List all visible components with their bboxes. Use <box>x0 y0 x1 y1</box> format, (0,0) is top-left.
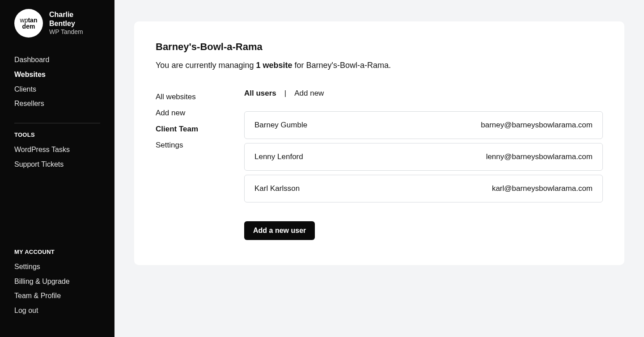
nav-divider <box>14 123 100 123</box>
main: Barney's-Bowl-a-Rama You are currently m… <box>114 0 644 337</box>
sidebar-item-dashboard[interactable]: Dashboard <box>14 53 100 67</box>
sidebar: wptandem Charlie Bentley WP Tandem Dashb… <box>0 0 114 337</box>
sidebar-item-billing[interactable]: Billing & Upgrade <box>14 274 100 289</box>
panel-tabs: All users | Add new <box>244 89 603 98</box>
nav-tools-heading: TOOLS <box>14 131 100 138</box>
subnav-all-websites[interactable]: All websites <box>156 89 223 105</box>
sidebar-item-websites[interactable]: Websites <box>14 67 100 82</box>
user-row-name: Barney Gumble <box>254 121 307 130</box>
sidebar-item-team-profile[interactable]: Team & Profile <box>14 289 100 303</box>
client-team-panel: All users | Add new Barney Gumblebarney@… <box>244 89 603 240</box>
nav-account-group: MY ACCOUNT SettingsBilling & UpgradeTeam… <box>14 249 100 318</box>
sidebar-item-support-tickets[interactable]: Support Tickets <box>14 157 100 172</box>
subnav-add-new[interactable]: Add new <box>156 105 223 121</box>
sidebar-item-logout[interactable]: Log out <box>14 303 100 318</box>
user-block: Charlie Bentley WP Tandem <box>49 10 100 36</box>
sidebar-item-wordpress-tasks[interactable]: WordPress Tasks <box>14 143 100 157</box>
user-row-name: Lenny Lenford <box>254 152 303 161</box>
subnav-client-team[interactable]: Client Team <box>156 121 223 137</box>
nav-primary: DashboardWebsitesClientsResellers <box>14 53 100 111</box>
page-title: Barney's-Bowl-a-Rama <box>156 41 603 53</box>
nav-account-heading: MY ACCOUNT <box>14 249 100 255</box>
logo-text: wptandem <box>20 17 38 29</box>
tab-separator: | <box>284 89 286 98</box>
sidebar-item-settings[interactable]: Settings <box>14 260 100 274</box>
content-card: Barney's-Bowl-a-Rama You are currently m… <box>134 21 624 265</box>
sidebar-header: wptandem Charlie Bentley WP Tandem <box>14 9 100 38</box>
page-subtext: You are currently managing 1 website for… <box>156 61 603 70</box>
user-row-name: Karl Karlsson <box>254 184 300 193</box>
tab-all-users[interactable]: All users <box>244 89 276 98</box>
user-row[interactable]: Lenny Lenfordlenny@barneysbowlarama.com <box>244 143 603 171</box>
user-row[interactable]: Barney Gumblebarney@barneysbowlarama.com <box>244 111 603 139</box>
user-row[interactable]: Karl Karlssonkarl@barneysbowlarama.com <box>244 175 603 202</box>
tab-add-new[interactable]: Add new <box>294 89 324 98</box>
user-row-email: barney@barneysbowlarama.com <box>481 121 593 130</box>
subnav-settings[interactable]: Settings <box>156 137 223 153</box>
sidebar-item-clients[interactable]: Clients <box>14 82 100 97</box>
current-user-name: Charlie Bentley <box>49 10 100 28</box>
user-row-email: lenny@barneysbowlarama.com <box>486 152 593 161</box>
user-row-email: karl@barneysbowlarama.com <box>492 184 593 193</box>
logo[interactable]: wptandem <box>14 9 43 38</box>
current-user-company: WP Tandem <box>49 28 100 36</box>
nav-tools-group: TOOLS WordPress TasksSupport Tickets <box>14 131 100 172</box>
sidebar-item-resellers[interactable]: Resellers <box>14 97 100 111</box>
add-new-user-button[interactable]: Add a new user <box>244 221 315 240</box>
subnav: All websitesAdd newClient TeamSettings <box>156 89 223 153</box>
user-list: Barney Gumblebarney@barneysbowlarama.com… <box>244 111 603 202</box>
